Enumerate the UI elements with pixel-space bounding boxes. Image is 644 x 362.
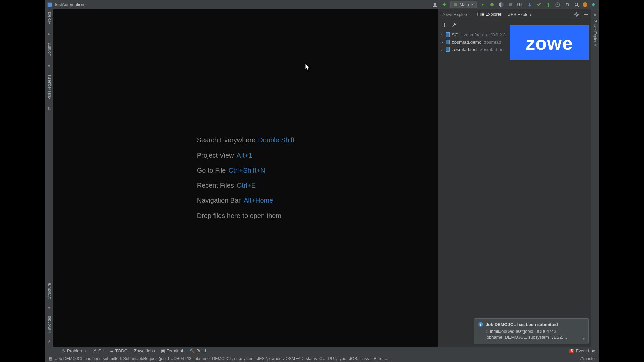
git-branch-indicator[interactable]: ⎇master [578,356,596,361]
sidebar-item-favorites[interactable]: Favorites [47,316,52,333]
tree-item-detail: zosmfad on z/OS 2.3 [464,32,506,37]
tree-item-detail: zosmfad on [480,47,504,52]
sidebar-item-commit[interactable]: Commit [47,43,52,56]
bottom-toolbar: ⚠Problems ⎇Git ≣TODO Zowe Jobs ▣Terminal… [45,347,599,355]
run-button[interactable] [479,1,486,8]
sidebar-item-project[interactable]: Project [47,12,52,24]
history-icon[interactable] [554,1,561,8]
svg-rect-2 [509,3,512,6]
welcome-shortcut: Ctrl+E [237,182,256,189]
terminal-icon: ▣ [161,348,165,353]
sidebar-item-structure[interactable]: Structure [47,283,52,299]
bottom-item-build[interactable]: 🔨Build [189,348,206,353]
tab-file-explorer[interactable]: File Explorer [476,10,502,19]
dataset-icon [446,40,450,44]
bottom-item-terminal[interactable]: ▣Terminal [161,348,183,353]
git-commit-icon[interactable] [536,1,542,8]
welcome-shortcut: Ctrl+Shift+N [228,167,265,174]
notification-toast[interactable]: i Job DEMOJCL has been submitted SubmitJ… [474,318,589,344]
git-label: Git: [517,2,524,7]
coverage-button[interactable] [498,1,505,8]
zowe-tabs: Zowe Explorer: File Explorer JES Explore… [438,9,591,20]
zowe-icon[interactable]: ◆ [593,12,597,17]
tab-jes-explorer[interactable]: JES Explorer [507,10,534,19]
dataset-icon [446,47,450,52]
tree-item-name: zosmfad.demo [452,40,482,45]
zowe-explorer-panel: Zowe Explorer: File Explorer JES Explore… [438,9,591,347]
star-icon: ★ [47,339,52,343]
search-icon[interactable] [573,1,580,8]
status-message: Job DEMOJCL has been submitted: SubmitJo… [55,356,391,361]
notification-body: SubmitJobRequest(jobid=JOB04743, jobname… [486,328,578,340]
welcome-label: Project View [197,152,234,159]
git-pull-icon[interactable] [526,1,533,8]
debug-button[interactable] [489,1,495,8]
status-bar: ▦ Job DEMOJCL has been submitted: Submit… [45,355,599,362]
zowe-panel-title: Zowe Explorer: [442,12,471,17]
chevron-down-icon[interactable]: ▾ [583,336,585,341]
notification-title: Job DEMOJCL has been submitted [486,322,558,327]
git-push-icon[interactable] [545,1,552,8]
chevron-right-icon: › [440,40,444,45]
tree-item-name: zosmfad.test [452,47,478,52]
svg-rect-6 [584,14,588,15]
chevron-down-icon [471,4,474,5]
zowe-badge: zowe [510,25,589,60]
titlebar: TestAutomation Main Git: [45,0,599,9]
bottom-item-event-log[interactable]: 5Event Log [569,348,595,353]
run-config-label: Main [460,2,469,7]
chevron-right-icon: › [440,32,444,37]
list-icon: ≣ [110,348,114,353]
svg-point-1 [490,3,494,6]
gear-icon[interactable] [573,11,580,18]
right-tool-gutter: ◆ Zowe Explorer [591,9,599,347]
info-icon: i [478,322,483,327]
warning-icon: ⚠ [61,348,65,353]
folder-icon[interactable]: ▸ [47,31,52,36]
rollback-icon[interactable] [564,1,571,8]
welcome-shortcut: Alt+Home [244,197,273,204]
sidebar-item-pull-requests[interactable]: Pull Requests [47,75,52,100]
welcome-shortcut: Alt+1 [237,152,252,159]
minimize-icon[interactable] [583,11,589,18]
project-title: TestAutomation [54,2,84,7]
ide-updates-icon[interactable] [583,2,587,7]
left-tool-gutter: Project ▸ Commit ● Pull Requests ⇅ Struc… [45,9,53,347]
branch-icon: ⎇ [92,348,97,353]
svg-rect-0 [454,3,457,6]
plugin-icon[interactable] [590,1,597,8]
ide-window: TestAutomation Main Git: [45,0,599,362]
add-icon[interactable] [442,22,447,28]
svg-point-5 [576,14,578,16]
project-icon [47,2,52,7]
bottom-item-todo[interactable]: ≣TODO [110,348,128,353]
build-icon[interactable] [441,1,448,8]
tree-item-detail: zosmfad [484,40,501,45]
welcome-label: Go to File [197,167,226,174]
welcome-drop: Drop files here to open them [197,212,281,219]
editor-area[interactable]: Search EverywhereDouble Shift Project Vi… [53,9,438,347]
tree-item-name: SQL [452,32,461,37]
welcome-label: Recent Files [197,182,234,189]
stop-button[interactable] [507,1,514,8]
welcome-label: Navigation Bar [197,197,241,204]
event-count-badge: 5 [569,349,574,353]
bottom-item-git[interactable]: ⎇Git [92,348,104,353]
bottom-item-zowe-jobs[interactable]: Zowe Jobs [134,348,155,353]
hammer-icon: 🔨 [189,348,195,353]
structure-icon: ≡ [47,305,52,310]
wrench-icon[interactable] [452,22,457,28]
add-config-icon[interactable] [432,1,438,8]
bottom-item-problems[interactable]: ⚠Problems [61,348,86,353]
welcome-label: Search Everywhere [197,136,256,144]
status-tools-icon[interactable]: ▦ [48,356,53,361]
chevron-right-icon: › [440,47,444,52]
branch-icon: ⎇ [578,356,583,361]
welcome-panel: Search EverywhereDouble Shift Project Vi… [197,136,295,220]
run-config-select[interactable]: Main [450,1,477,8]
sidebar-item-zowe-explorer[interactable]: Zowe Explorer [593,20,597,46]
body: Project ▸ Commit ● Pull Requests ⇅ Struc… [45,9,599,347]
svg-point-4 [575,3,578,6]
dataset-icon [446,32,450,37]
commit-dot-icon: ● [47,63,52,68]
